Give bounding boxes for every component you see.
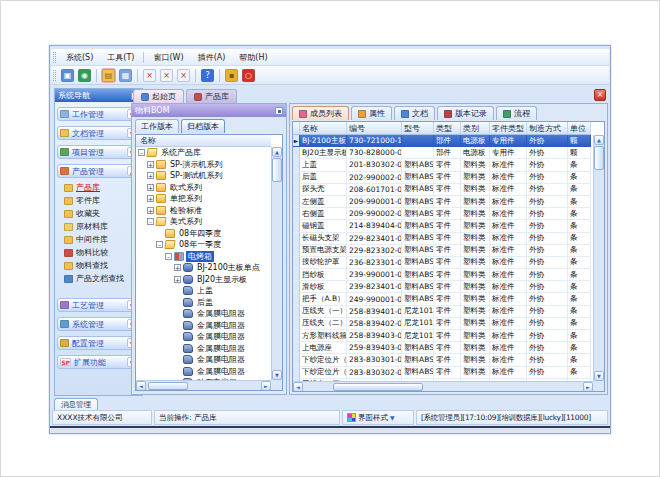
- table-row[interactable]: 接纱轮护罩236-823301-00X塑料ABS零件塑料类标准件外协条: [293, 257, 593, 269]
- column-header[interactable]: 单位: [568, 122, 591, 135]
- message-management-tab[interactable]: 消息管理: [54, 398, 98, 410]
- tab-member-list[interactable]: 成员列表: [292, 106, 349, 120]
- globe-icon[interactable]: ◉: [78, 69, 91, 82]
- table-horizontal-scrollbar[interactable]: ◄ ►: [293, 381, 593, 391]
- scroll-right-icon[interactable]: ►: [261, 381, 271, 391]
- tree-node[interactable]: 上盖: [136, 285, 271, 297]
- scroll-thumb[interactable]: [594, 146, 604, 170]
- table-row[interactable]: 左侧盖209-990001-01X塑料ABS零件塑料类标准件外协条: [293, 196, 593, 208]
- scroll-thumb[interactable]: [272, 158, 282, 182]
- menu-item[interactable]: 系统(S): [59, 52, 100, 63]
- tree-node[interactable]: +欧式系列: [136, 182, 271, 194]
- tab-workflow[interactable]: 流程: [496, 106, 537, 120]
- tree-node[interactable]: +SP-演示机系列: [136, 159, 271, 171]
- sidebar-item-intermediate-library[interactable]: 中间件库: [55, 233, 142, 246]
- table-row[interactable]: 预置电源支架229-823302-00X塑料ABS零件塑料类标准件外协条: [293, 245, 593, 257]
- expand-icon[interactable]: +: [147, 172, 154, 179]
- table-row[interactable]: ►BJ-2100主板单点730-721000-12X部件电源板专用件外协颗: [293, 135, 593, 147]
- expand-icon[interactable]: +: [174, 264, 181, 271]
- table-row[interactable]: 磁钢盖214-839404-01X塑料ABS零件塑料类标准件外协条: [293, 220, 593, 232]
- scroll-up-icon[interactable]: ▲: [272, 147, 282, 157]
- column-header[interactable]: 编号: [347, 122, 402, 135]
- collapse-icon[interactable]: –: [156, 241, 163, 248]
- table-vertical-scrollbar[interactable]: ▲ ▼: [593, 135, 604, 381]
- sidebar-group-product-management[interactable]: 产品管理▲: [57, 164, 140, 178]
- tree-vertical-scrollbar[interactable]: ▲ ▼: [271, 147, 282, 380]
- expand-icon[interactable]: +: [147, 207, 154, 214]
- table-row[interactable]: 探头壳208-601701-01X塑料ABS零件塑料类标准件外协条: [293, 184, 593, 196]
- tree-node[interactable]: –系统产品库: [136, 147, 271, 159]
- pin-icon[interactable]: [275, 107, 283, 115]
- sidebar-item-product-library[interactable]: 产品库: [55, 181, 142, 194]
- column-header[interactable]: 类型: [434, 122, 461, 135]
- tab-archive-version[interactable]: 归档版本: [181, 119, 225, 133]
- sidebar-splitter[interactable]: [144, 88, 146, 396]
- tree-node[interactable]: +单把系列: [136, 193, 271, 205]
- tab-properties[interactable]: 属性: [351, 106, 392, 120]
- table-row[interactable]: 右侧盖209-990002-01X塑料ABS零件塑料类标准件外协条: [293, 208, 593, 220]
- tree-node[interactable]: 金属膜电阻器: [136, 331, 271, 343]
- expand-icon[interactable]: +: [147, 184, 154, 191]
- tree-node[interactable]: 金属膜电阻器: [136, 308, 271, 320]
- sidebar-group-document-management[interactable]: 文档管理▼: [57, 126, 140, 140]
- monitor-icon[interactable]: ▣: [61, 69, 74, 82]
- table-row[interactable]: 压线夹（二）258-839402-00X尼龙1010零件塑料类标准件外协条: [293, 318, 593, 330]
- table-row[interactable]: 上电源座259-839403-00X塑料ABS零件塑料类标准件外协条: [293, 342, 593, 354]
- column-header[interactable]: 名称: [300, 122, 347, 135]
- tab-start-page[interactable]: 起始页: [133, 89, 184, 103]
- tree-node[interactable]: +SP-测试机系列: [136, 170, 271, 182]
- sidebar-group-extended-functions[interactable]: SP扩展功能▼: [57, 355, 140, 369]
- scroll-down-icon[interactable]: ▼: [272, 370, 282, 380]
- tab-documents[interactable]: 文档: [394, 106, 435, 120]
- sidebar-group-system-management[interactable]: 系统管理▼: [57, 317, 140, 331]
- collapse-icon[interactable]: –: [165, 253, 172, 260]
- sidebar-item-material-search[interactable]: 物料查找: [55, 259, 142, 272]
- scroll-left-icon[interactable]: ◄: [293, 382, 303, 392]
- tree-node[interactable]: 金属膜电阻器: [136, 320, 271, 332]
- sidebar-group-work-management[interactable]: 工作管理▼: [57, 107, 140, 121]
- tab-product-library[interactable]: 产品库: [186, 89, 237, 103]
- tree-horizontal-scrollbar[interactable]: ◄ ►: [136, 380, 271, 390]
- scroll-up-icon[interactable]: ▲: [594, 135, 604, 145]
- close-other-windows-icon[interactable]: ×: [177, 69, 190, 82]
- column-header[interactable]: 类别: [461, 122, 490, 135]
- toolbar-grip[interactable]: [53, 70, 56, 81]
- sidebar-item-part-library[interactable]: 零件库: [55, 194, 142, 207]
- window-resize-edge[interactable]: [50, 428, 610, 433]
- lock-icon[interactable]: ▪: [225, 69, 238, 82]
- tree-column-header[interactable]: 名称: [136, 135, 271, 147]
- column-header[interactable]: 制造方式: [527, 122, 568, 135]
- sidebar-item-raw-material-library[interactable]: 原材料库: [55, 220, 142, 233]
- scroll-down-icon[interactable]: ▼: [594, 371, 604, 381]
- window-layout-icon[interactable]: ▦: [119, 69, 132, 82]
- table-row[interactable]: 把手（A.B）249-990001-01X塑料ABS零件塑料类标准件外协条: [293, 293, 593, 305]
- table-row[interactable]: 下纱定位片（左）283-830301-00X塑料ABS零件塑料类标准件外协条: [293, 354, 593, 366]
- table-row[interactable]: BJ20主显示板730-828000-04X部件电源板专用件外协颗: [293, 147, 593, 159]
- expand-icon[interactable]: +: [147, 195, 154, 202]
- close-all-windows-icon[interactable]: ×: [160, 69, 173, 82]
- scroll-thumb[interactable]: [148, 382, 188, 390]
- tree-node[interactable]: –08年一季度: [136, 239, 271, 251]
- sidebar-group-config-management[interactable]: 配置管理▼: [57, 336, 140, 350]
- ui-style-selector[interactable]: 界面样式 ▼: [342, 410, 414, 425]
- logout-icon[interactable]: ○: [242, 69, 255, 82]
- table-row[interactable]: 下纱定位片（右）283-830302-00X塑料ABS零件塑料类标准件外协条: [293, 367, 593, 379]
- sidebar-item-product-doc-search[interactable]: 产品文档查找: [55, 272, 142, 285]
- column-header[interactable]: 型号: [402, 122, 434, 135]
- tree-node[interactable]: 08年四季度: [136, 228, 271, 240]
- scroll-thumb[interactable]: [333, 383, 423, 391]
- tree-node[interactable]: 金属膜电阻器: [136, 354, 271, 366]
- table-row[interactable]: 挡纱板239-990001-01X塑料ABS零件塑料类标准件外协条: [293, 269, 593, 281]
- close-window-icon[interactable]: ×: [143, 69, 156, 82]
- close-tab-button[interactable]: ×: [594, 89, 606, 101]
- table-row[interactable]: 方形塑料线箍258-839403-00X尼龙1010零件塑料类标准件外协条: [293, 330, 593, 342]
- tree-node[interactable]: +检验标准: [136, 205, 271, 217]
- menu-item[interactable]: 帮助(H): [232, 52, 274, 63]
- table-row[interactable]: 上盖201-830302-00X塑料ABS零件塑料类标准件外协条: [293, 159, 593, 171]
- tree-node[interactable]: 金属膜电阻器: [136, 343, 271, 355]
- menu-item[interactable]: 插件(A): [191, 52, 233, 63]
- table-row[interactable]: 滑纱板239-823401-00X塑料ABS零件塑料类标准件外协条: [293, 281, 593, 293]
- tab-work-version[interactable]: 工作版本: [135, 119, 179, 133]
- table-row[interactable]: 长磁头支架229-823401-00X塑料ABS零件塑料类标准件外协条: [293, 233, 593, 245]
- collapse-icon[interactable]: –: [147, 218, 154, 225]
